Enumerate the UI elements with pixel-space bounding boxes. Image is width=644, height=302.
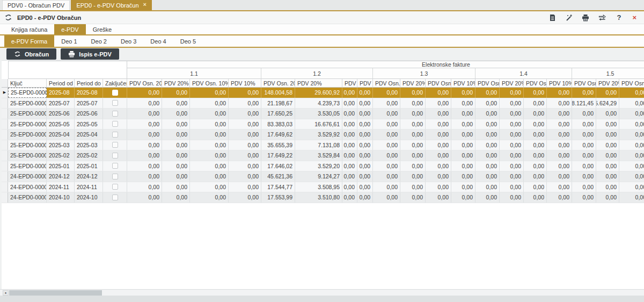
cell-value[interactable]: 0,00 — [357, 182, 373, 192]
cell-value[interactable]: 0,00 — [500, 88, 524, 98]
print-icon[interactable] — [582, 14, 589, 21]
cell-value[interactable]: 148.004,58 — [261, 88, 295, 98]
column-header[interactable]: PDV Osn. 20% — [572, 79, 596, 88]
cell-value[interactable]: 0,00 — [229, 119, 261, 130]
cell-value[interactable]: 0,00 — [451, 192, 475, 203]
cell-value[interactable]: 0,00 — [373, 171, 400, 182]
cell-value[interactable]: 0,00 — [596, 119, 619, 130]
cell-value[interactable]: 0,00 — [357, 88, 373, 98]
column-header[interactable]: PDV Osn. 10% — [524, 79, 547, 88]
cell-value[interactable]: 16.676,61 — [295, 119, 342, 130]
cell-value[interactable]: 0,00 — [342, 150, 357, 161]
cell-value[interactable]: 0,00 — [400, 130, 426, 140]
cell-value[interactable]: 0,00 — [451, 98, 475, 109]
cell-value[interactable]: 0,00 — [373, 140, 400, 150]
cell-value[interactable]: 0,00 — [572, 182, 596, 192]
row-selector-cell[interactable]: ▶ — [2, 88, 8, 98]
cell-value[interactable]: 0,00 — [572, 130, 596, 140]
cell-value[interactable]: 17.650,25 — [261, 109, 295, 119]
cell-value[interactable]: 0,00 — [619, 192, 644, 203]
tools-icon[interactable] — [565, 14, 573, 21]
cell-value[interactable]: 0,00 — [572, 192, 596, 203]
cell-value[interactable]: 0,00 — [162, 182, 190, 192]
cell-value[interactable]: 0,00 — [357, 192, 373, 203]
table-row[interactable]: 25-EPD0-0000032025-032025-030,000,000,00… — [2, 140, 644, 151]
cell-period-od[interactable]: 2025-06 — [47, 109, 75, 119]
cell-value[interactable]: 0,00 — [426, 88, 451, 98]
column-header[interactable]: Period od — [47, 79, 75, 88]
cell-value[interactable]: 0,00 — [475, 130, 500, 140]
column-header[interactable]: PDV 10% — [357, 79, 373, 88]
cell-value[interactable]: 0,00 — [619, 150, 644, 161]
cell-period-od[interactable]: 2024-11 — [47, 182, 75, 192]
cell-value[interactable]: 0,00 — [451, 150, 475, 161]
cell-value[interactable]: 0,00 — [229, 182, 261, 192]
cell-value[interactable]: 0,00 — [190, 192, 229, 203]
cell-value[interactable]: 0,00 — [596, 109, 619, 119]
cell-value[interactable]: 0,00 — [229, 130, 261, 140]
cell-value[interactable]: 0,00 — [229, 98, 261, 109]
cell-value[interactable]: 0,00 — [373, 88, 400, 98]
cell-value[interactable]: 0,00 — [162, 150, 190, 161]
cell-value[interactable]: 0,00 — [475, 192, 500, 203]
cell-value[interactable]: 0,00 — [342, 119, 357, 130]
cell-value[interactable]: 0,00 — [475, 140, 500, 150]
cell-value[interactable]: 0,00 — [524, 140, 547, 150]
cell-value[interactable]: 0,00 — [373, 119, 400, 130]
ispis-epdv-button[interactable]: Ispis e-PDV — [61, 48, 119, 60]
cell-value[interactable]: 0,00 — [342, 130, 357, 140]
zakljucen-checkbox[interactable] — [112, 132, 118, 138]
cell-value[interactable]: 0,00 — [162, 98, 190, 109]
cell-value[interactable]: 17.544,77 — [261, 182, 295, 192]
cell-value[interactable]: 0,00 — [426, 119, 451, 130]
cell-value[interactable]: 0,00 — [596, 140, 619, 150]
cell-value[interactable]: 5.624,29 — [596, 98, 619, 109]
report-icon[interactable] — [548, 14, 556, 21]
cell-value[interactable]: 0,00 — [596, 182, 619, 192]
cell-value[interactable]: 0,00 — [426, 140, 451, 150]
table-row[interactable]: 25-EPD0-0000012025-012025-010,000,000,00… — [2, 161, 644, 172]
cell-value[interactable]: 0,00 — [229, 88, 261, 98]
cell-value[interactable]: 0,00 — [547, 150, 572, 161]
cell-value[interactable]: 0,00 — [229, 161, 261, 171]
cell-value[interactable]: 0,00 — [127, 109, 162, 119]
window-close-icon[interactable]: × — [632, 14, 636, 21]
column-header[interactable]: PDV 20% — [295, 79, 342, 88]
column-header[interactable]: Period do — [75, 79, 103, 88]
column-header[interactable]: PDV 20% — [500, 79, 524, 88]
cell-value[interactable]: 0,00 — [547, 161, 572, 171]
subtab-deo-4[interactable]: Deo 4 — [143, 35, 173, 47]
cell-period-do[interactable]: 2025-03 — [75, 140, 103, 150]
cell-value[interactable]: 0,00 — [547, 98, 572, 109]
subtab-e-pdv-forma[interactable]: e-PDV Forma — [4, 35, 54, 47]
cell-period-do[interactable]: 2024-12 — [75, 171, 103, 182]
cell-value[interactable]: 45.621,36 — [261, 171, 295, 182]
cell-value[interactable]: 0,00 — [357, 171, 373, 182]
cell-value[interactable]: 3.530,05 — [295, 109, 342, 119]
cell-value[interactable]: 0,00 — [162, 88, 190, 98]
cell-zakljucen[interactable] — [103, 140, 127, 150]
cell-value[interactable]: 0,00 — [547, 192, 572, 203]
cell-value[interactable]: 0,00 — [373, 161, 400, 171]
cell-value[interactable]: 0,00 — [619, 161, 644, 171]
column-header[interactable]: Ključ — [8, 79, 47, 88]
cell-value[interactable]: 0,00 — [162, 140, 190, 150]
cell-value[interactable]: 0,00 — [524, 182, 547, 192]
cell-value[interactable]: 0,00 — [547, 88, 572, 98]
cell-value[interactable]: 0,00 — [619, 130, 644, 140]
cell-period-do[interactable]: 2025-05 — [75, 119, 103, 130]
cell-value[interactable]: 28.121,45 — [572, 98, 596, 109]
cell-kljuc[interactable]: 25-EPD0-000006 — [8, 109, 47, 119]
row-selector-cell[interactable] — [2, 161, 8, 171]
table-row[interactable]: 25-EPD0-0000072025-072025-070,000,000,00… — [2, 98, 644, 109]
cell-value[interactable]: 0,00 — [572, 140, 596, 150]
row-selector-cell[interactable] — [2, 130, 8, 140]
column-header[interactable]: PDV Osn. 10% — [619, 79, 644, 88]
cell-value[interactable]: 0,00 — [127, 119, 162, 130]
cell-value[interactable]: 0,00 — [400, 182, 426, 192]
table-row[interactable]: 24-EPD0-0000032024-122024-120,000,000,00… — [2, 171, 644, 182]
cell-period-do[interactable]: 2025-08 — [75, 88, 103, 98]
cell-value[interactable]: 0,00 — [524, 88, 547, 98]
zakljucen-checkbox[interactable] — [112, 184, 118, 190]
cell-value[interactable]: 0,00 — [190, 109, 229, 119]
